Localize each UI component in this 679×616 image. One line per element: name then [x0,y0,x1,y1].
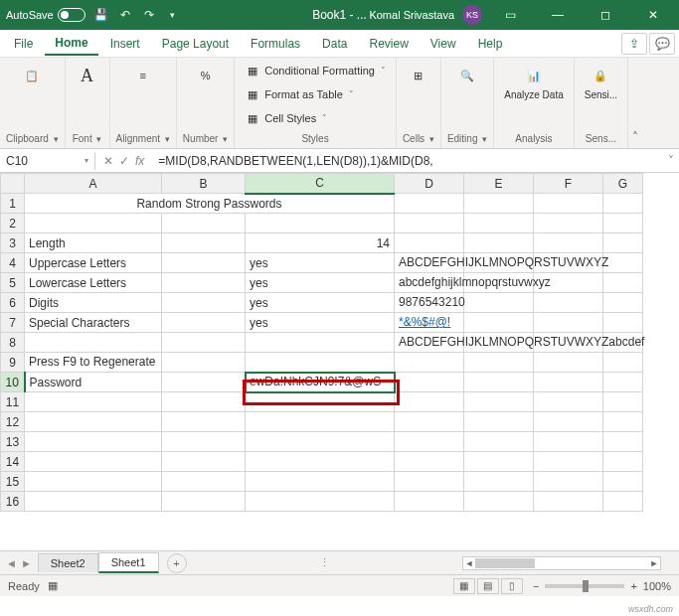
expand-formula-icon[interactable]: ˅ [663,154,679,168]
cell[interactable]: 9876543210 [395,293,464,313]
cell[interactable] [534,472,603,492]
cell[interactable] [464,313,534,333]
save-icon[interactable]: 💾 [93,7,109,23]
sheet-tab-active[interactable]: Sheet1 [98,552,159,573]
scrollbar-thumb[interactable] [475,558,535,568]
autosave-toggle[interactable]: AutoSave [6,8,85,22]
collapse-ribbon-icon[interactable]: ˄ [628,58,642,148]
tab-insert[interactable]: Insert [100,33,150,55]
cell[interactable] [603,293,643,313]
cell[interactable] [25,412,162,432]
cell[interactable] [162,392,246,412]
row-header[interactable]: 5 [1,273,25,293]
alignment-button[interactable]: ≡ [127,62,159,89]
cell[interactable] [395,432,464,452]
name-box[interactable]: C10 [0,152,95,170]
cell[interactable] [162,293,246,313]
cell[interactable]: Random Strong Passwords [25,194,395,214]
zoom-in-icon[interactable]: + [630,580,636,592]
editing-button[interactable]: 🔍 [451,62,483,89]
cell[interactable] [603,194,643,214]
cell[interactable] [395,373,464,392]
col-header-A[interactable]: A [25,174,162,194]
scroll-right-icon[interactable]: ► [648,558,660,568]
row-header[interactable]: 2 [1,214,25,233]
cell[interactable] [162,432,246,452]
formula-bar[interactable]: =MID(D8,RANDBETWEEN(1,LEN(D8)),1)&MID(D8… [152,152,663,170]
cell[interactable] [246,472,395,492]
cell[interactable]: Password [25,373,162,392]
minimize-icon[interactable]: — [538,0,578,30]
zoom-level[interactable]: 100% [643,580,671,592]
cell[interactable] [162,353,246,373]
horizontal-scrollbar[interactable]: ◄ ► [462,556,661,570]
paste-button[interactable]: 📋 [16,62,48,89]
cell[interactable] [395,233,464,253]
cell[interactable] [464,293,534,313]
cell[interactable]: ABCDEFGHIJKLMNOPQRSTUVWXYZabcdef [395,333,464,353]
row-header[interactable]: 6 [1,293,25,313]
cell[interactable] [603,492,643,512]
cell[interactable] [534,293,603,313]
cell[interactable] [464,194,534,214]
cell[interactable] [534,233,603,253]
cell[interactable] [603,253,643,273]
cell[interactable] [534,452,603,472]
cell[interactable] [395,492,464,512]
launcher-icon[interactable]: ▾ [54,134,59,144]
zoom-control[interactable]: − + 100% [533,580,671,592]
cell[interactable]: Lowercase Letters [25,273,162,293]
cell[interactable] [464,452,534,472]
row-header[interactable]: 15 [1,472,25,492]
launcher-icon[interactable]: ▾ [223,134,228,144]
cell[interactable] [464,412,534,432]
cell[interactable] [534,392,603,412]
select-all-corner[interactable] [1,174,25,194]
cell[interactable]: yes [246,273,395,293]
cell[interactable]: yes [246,293,395,313]
share-icon[interactable]: ⇪ [621,33,647,55]
tab-formulas[interactable]: Formulas [241,33,310,55]
ribbon-display-icon[interactable]: ▭ [490,0,530,30]
cell[interactable] [464,392,534,412]
page-layout-view-icon[interactable]: ▤ [477,578,499,594]
cell[interactable] [464,373,534,392]
cell[interactable] [25,392,162,412]
worksheet-grid[interactable]: A B C D E F G 1Random Strong Passwords 2… [0,173,679,550]
cell[interactable] [464,492,534,512]
cell[interactable] [162,492,246,512]
cell[interactable] [603,233,643,253]
tab-file[interactable]: File [4,33,43,55]
row-header[interactable]: 14 [1,452,25,472]
cell[interactable] [246,452,395,472]
font-button[interactable]: A [72,62,103,89]
cell[interactable] [162,214,246,233]
cell[interactable] [534,214,603,233]
zoom-slider[interactable] [545,584,624,588]
cell[interactable] [603,353,643,373]
cell[interactable] [464,432,534,452]
zoom-out-icon[interactable]: − [533,580,539,592]
row-header[interactable]: 10 [1,373,25,392]
cell[interactable] [395,412,464,432]
cell[interactable] [246,333,395,353]
cells-button[interactable]: ⊞ [403,62,434,89]
row-header[interactable]: 9 [1,353,25,373]
cell[interactable] [162,472,246,492]
col-header-G[interactable]: G [603,174,643,194]
cell[interactable] [603,273,643,293]
row-header[interactable]: 13 [1,432,25,452]
cell[interactable] [464,214,534,233]
cell[interactable] [395,472,464,492]
cell[interactable] [395,353,464,373]
normal-view-icon[interactable]: ▦ [453,578,475,594]
cell[interactable]: Special Characters [25,313,162,333]
cell[interactable] [395,392,464,412]
cell-active[interactable]: ewDa!NhkCJN9!7&@wS [246,373,395,392]
close-icon[interactable]: ✕ [633,0,673,30]
cell[interactable] [246,353,395,373]
cell[interactable] [162,333,246,353]
sensitivity-button[interactable]: 🔒Sensi... [581,62,621,102]
cell-styles-button[interactable]: ▦Cell Styles ˅ [241,109,331,127]
cell[interactable] [534,432,603,452]
